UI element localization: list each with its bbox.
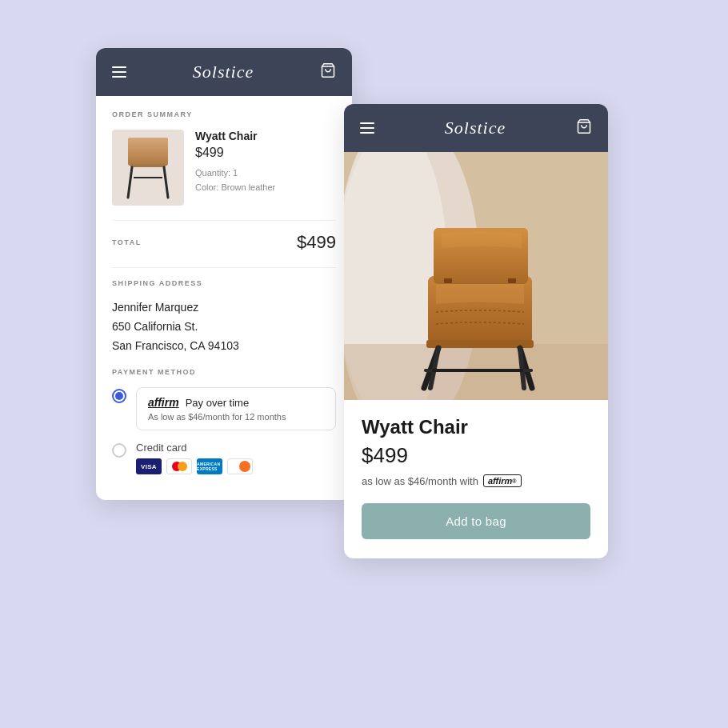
product-info: Wyatt Chair $499 Quantity: 1 Color: Brow…: [195, 130, 275, 194]
bag-icon-2[interactable]: [576, 118, 592, 138]
product-quantity: Quantity: 1: [195, 166, 275, 181]
total-row: TOTAL $499: [112, 232, 336, 253]
total-amount: $499: [297, 232, 336, 253]
svg-line-4: [128, 167, 132, 198]
mastercard-icon: [166, 458, 192, 474]
add-to-bag-button[interactable]: Add to bag: [362, 503, 590, 539]
order-summary-card: Solstice ORDER SUMMARY: [96, 48, 352, 500]
product-color: Color: Brown leather: [195, 181, 275, 195]
svg-rect-24: [444, 278, 452, 283]
credit-card-label: Credit card: [136, 442, 253, 454]
affirm-logo-text: affirm: [148, 396, 179, 409]
product-detail-image: [344, 152, 608, 400]
affirm-badge-detail: affirm®: [483, 474, 522, 487]
nav-bar-2: Solstice: [344, 104, 608, 152]
total-label: TOTAL: [112, 238, 142, 246]
svg-rect-2: [128, 138, 168, 166]
shipping-label: SHIPPING ADDRESS: [112, 279, 336, 287]
svg-line-5: [164, 167, 168, 198]
product-detail-content: Wyatt Chair $499 as low as $46/month wit…: [344, 400, 608, 558]
app-title-2: Solstice: [445, 118, 506, 138]
visa-icon: VISA: [136, 458, 162, 474]
product-name-1: Wyatt Chair: [195, 130, 275, 142]
credit-card-payment-option[interactable]: Credit card VISA AMERICAN EXPRESS: [112, 442, 336, 474]
affirm-sub-text: As low as $46/month for 12 months: [148, 412, 324, 422]
credit-radio[interactable]: [112, 443, 126, 458]
shipping-name: Jennifer Marquez: [112, 298, 336, 318]
product-detail-card: Solstice: [344, 104, 608, 558]
app-title-1: Solstice: [193, 62, 254, 82]
pay-over-time-label: Pay over time: [186, 397, 249, 409]
product-price-1: $499: [195, 146, 275, 160]
bag-icon-1[interactable]: [320, 62, 336, 82]
affirm-radio-fill: [115, 392, 123, 400]
product-row: Wyatt Chair $499 Quantity: 1 Color: Brow…: [112, 130, 336, 206]
affirm-header-row: affirm Pay over time: [148, 396, 324, 409]
affirm-payment-option[interactable]: affirm Pay over time As low as $46/month…: [112, 387, 336, 430]
hamburger-menu-icon-2[interactable]: [360, 122, 374, 134]
detail-product-price: $499: [362, 443, 590, 468]
credit-card-info: Credit card VISA AMERICAN EXPRESS: [136, 442, 253, 474]
shipping-city: San Francisco, CA 94103: [112, 337, 336, 356]
svg-rect-3: [130, 164, 166, 167]
shipping-street: 650 California St.: [112, 318, 336, 337]
affirm-card: affirm Pay over time As low as $46/month…: [136, 387, 336, 430]
discover-icon: [227, 458, 253, 474]
nav-bar-1: Solstice: [96, 48, 352, 96]
amex-icon: AMERICAN EXPRESS: [197, 458, 222, 474]
detail-product-name: Wyatt Chair: [362, 416, 590, 438]
payment-section: PAYMENT METHOD affirm Pay over time As l…: [112, 368, 336, 474]
card-icons-row: VISA AMERICAN EXPRESS: [136, 458, 253, 474]
affirm-info-row: as low as $46/month with affirm®: [362, 474, 590, 487]
product-thumbnail: [112, 130, 184, 206]
svg-rect-25: [508, 278, 516, 283]
order-summary-label: ORDER SUMMARY: [112, 110, 336, 118]
affirm-prefix: as low as $46/month with: [362, 475, 478, 487]
payment-label: PAYMENT METHOD: [112, 368, 336, 376]
affirm-radio[interactable]: [112, 389, 126, 403]
hamburger-menu-icon[interactable]: [112, 66, 126, 78]
